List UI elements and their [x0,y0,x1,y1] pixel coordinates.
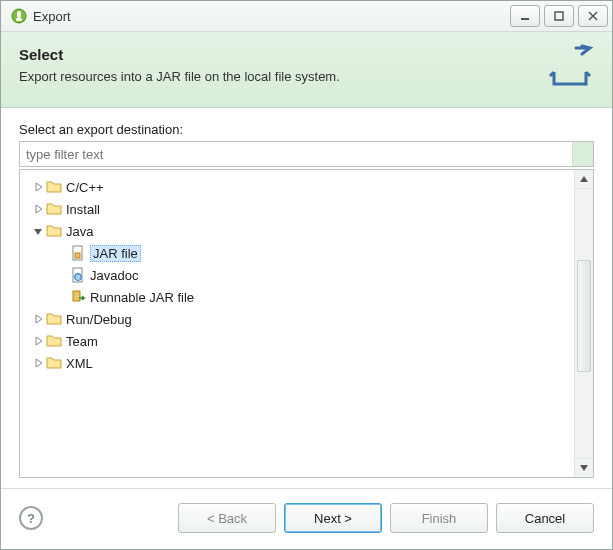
next-button[interactable]: Next > [284,503,382,533]
close-button[interactable] [578,5,608,27]
svg-rect-1 [17,11,21,18]
tree-item-team[interactable]: Team [28,330,570,352]
back-button[interactable]: < Back [178,503,276,533]
folder-icon [46,355,62,371]
tree-item-run-debug[interactable]: Run/Debug [28,308,570,330]
tree-item-install[interactable]: Install [28,198,570,220]
tree-item-xml[interactable]: XML [28,352,570,374]
javadoc-icon: @ [70,267,86,283]
tree-item-label: Run/Debug [66,312,132,327]
svg-rect-6 [75,253,80,258]
finish-button[interactable]: Finish [390,503,488,533]
folder-icon [46,179,62,195]
export-icon [546,44,594,91]
wizard-banner: Select Export resources into a JAR file … [1,32,612,108]
destination-tree[interactable]: C/C++InstallJavaJAR file@JavadocRunnable… [20,170,574,477]
tree-item-label: JAR file [90,245,141,262]
tree-item-label: Java [66,224,93,239]
export-dialog: Export Select Export resources into a JA… [0,0,613,550]
tree-item-javadoc[interactable]: @Javadoc [52,264,570,286]
svg-rect-4 [555,12,563,20]
window-title: Export [33,9,71,24]
tree-item-label: Install [66,202,100,217]
folder-icon [46,333,62,349]
tree-item-java[interactable]: Java [28,220,570,242]
tree-item-label: Team [66,334,98,349]
tree-item-label: Javadoc [90,268,138,283]
help-button[interactable]: ? [19,506,43,530]
vertical-scrollbar[interactable] [574,170,593,477]
destination-label: Select an export destination: [19,122,594,137]
jar-icon [70,245,86,261]
filter-field[interactable] [19,141,594,167]
folder-icon [46,311,62,327]
minimize-button[interactable] [510,5,540,27]
svg-rect-10 [73,291,80,301]
app-icon [11,8,27,24]
tree-item-label: Runnable JAR file [90,290,194,305]
scroll-down-arrow[interactable] [575,458,593,477]
svg-rect-3 [521,18,529,20]
runjar-icon [70,289,86,305]
filter-input[interactable] [20,147,572,162]
folder-icon [46,201,62,217]
banner-title: Select [19,46,536,63]
banner-description: Export resources into a JAR file on the … [19,69,536,84]
tree-item-runnable-jar-file[interactable]: Runnable JAR file [52,286,570,308]
cancel-button[interactable]: Cancel [496,503,594,533]
tree-item-jar-file[interactable]: JAR file [52,242,570,264]
filter-decoration [572,142,593,166]
maximize-button[interactable] [544,5,574,27]
svg-rect-2 [16,18,22,21]
titlebar: Export [1,1,612,32]
folder-icon [46,223,62,239]
svg-text:@: @ [75,274,80,280]
wizard-body: Select an export destination: C/C++Insta… [1,108,612,488]
destination-tree-container: C/C++InstallJavaJAR file@JavadocRunnable… [19,169,594,478]
tree-item-c-c-[interactable]: C/C++ [28,176,570,198]
tree-item-label: XML [66,356,93,371]
scroll-thumb[interactable] [577,260,591,372]
tree-item-label: C/C++ [66,180,104,195]
button-bar: ? < Back Next > Finish Cancel [1,489,612,549]
scroll-up-arrow[interactable] [575,170,593,189]
